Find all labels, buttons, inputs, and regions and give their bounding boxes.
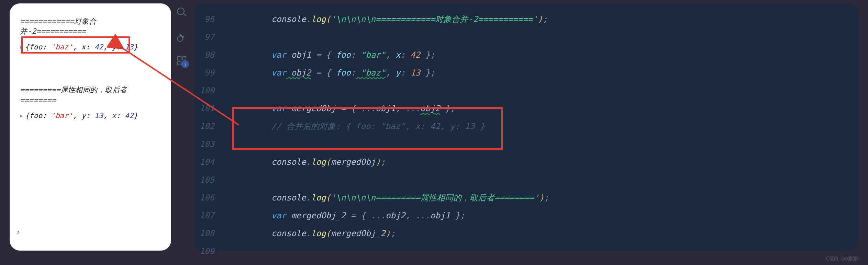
console-output-2[interactable]: ▶ {foo: 'bar', y: 13, x: 42} [16, 108, 164, 124]
code-line-109[interactable] [232, 242, 858, 260]
search-icon[interactable] [176, 7, 187, 18]
line-gutter: 96 97 98 99 100 101 102 103 104 105 106 … [194, 10, 232, 244]
code-line-99[interactable]: var obj2 = { foo: "baz", y: 13 }; [232, 64, 858, 82]
line-number: 103 [194, 135, 214, 153]
annotation-highlight-code [232, 107, 503, 150]
disclosure-triangle-icon[interactable]: ▶ [20, 113, 23, 119]
code-line-100[interactable] [232, 82, 858, 100]
line-number: 106 [194, 189, 214, 207]
code-line-107[interactable]: var mergedObj_2 = { ...obj2, ...obj1 }; [232, 207, 858, 224]
code-line-98[interactable]: var obj1 = { foo: "bar", x: 42 }; [232, 46, 858, 64]
line-number: 104 [194, 153, 214, 171]
line-number: 96 [194, 10, 214, 28]
extensions-icon[interactable]: 1 [177, 56, 186, 65]
line-number: 108 [194, 224, 214, 242]
code-line-108[interactable]: console.log(mergedObj_2); [232, 224, 858, 242]
console-prompt-icon[interactable]: › [16, 227, 21, 237]
code-editor[interactable]: 96 97 98 99 100 101 102 103 104 105 106 … [194, 3, 858, 251]
extensions-badge: 1 [181, 60, 189, 68]
line-number: 102 [194, 117, 214, 135]
console-separator-1: ============对象合并-2=========== [16, 14, 164, 39]
line-number: 99 [194, 64, 214, 82]
line-number: 97 [194, 28, 214, 46]
code-line-104[interactable]: console.log(mergedObj); [232, 153, 858, 171]
code-line-106[interactable]: console.log('\n\n\n\n=========属性相同的，取后者=… [232, 189, 858, 207]
line-number: 101 [194, 100, 214, 117]
run-debug-icon[interactable] [176, 32, 187, 43]
line-number: 105 [194, 171, 214, 189]
line-number: 100 [194, 82, 214, 100]
line-number: 98 [194, 46, 214, 64]
code-line-105[interactable] [232, 171, 858, 189]
line-number: 109 [194, 242, 214, 260]
devtools-console: ============对象合并-2=========== ▶ {foo: 'b… [10, 3, 171, 251]
console-separator-2: =========属性相同的，取后者======== [16, 82, 164, 108]
annotation-highlight-console [21, 36, 130, 54]
line-number: 107 [194, 207, 214, 224]
activity-bar: 1 [173, 0, 190, 265]
code-line-97[interactable] [232, 28, 858, 46]
watermark: CSDN @@索索~ [826, 256, 861, 262]
code-line-96[interactable]: console.log('\n\n\n\n============对象合并-2=… [232, 10, 858, 28]
